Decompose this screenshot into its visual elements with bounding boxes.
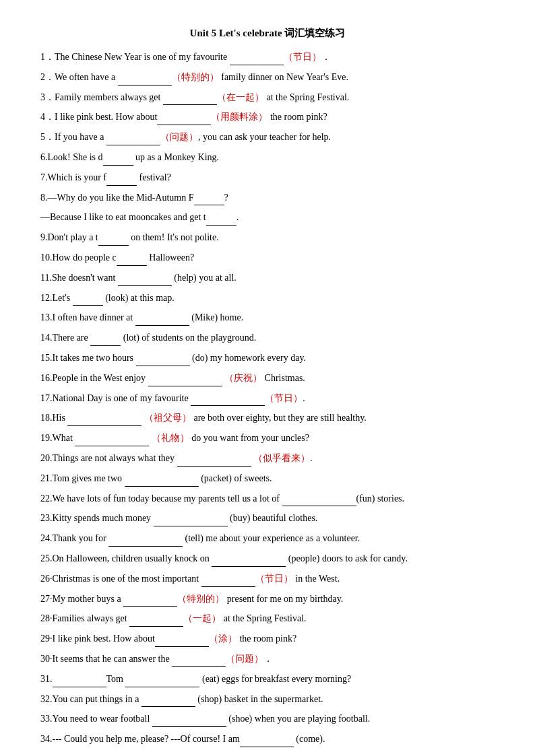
hint-text: （礼物） <box>149 433 189 443</box>
list-item: 21.Tom gives me two (packet) of sweets. <box>40 471 495 487</box>
item-number: 14. <box>40 333 53 343</box>
item-text: (buy) beautiful clothes. <box>228 513 318 523</box>
item-text: We often have a <box>55 72 118 82</box>
item-text: I like pink best. How about <box>53 633 155 644</box>
item-number: 22. <box>40 493 53 504</box>
hint-text: （问题） <box>160 132 198 142</box>
item-text: (help) you at all. <box>172 273 237 283</box>
fill-blank <box>53 677 106 687</box>
hint-text: （特别的） <box>172 72 219 82</box>
item-text: I like pink best. How about <box>55 112 157 122</box>
page-container: Unit 5 Let's celebrate 词汇填空练习 1．The Chin… <box>40 27 495 747</box>
list-item: 18.His （祖父母） are both over eighty, but t… <box>40 410 495 426</box>
list-item: 10.How do people c Halloween? <box>40 250 495 266</box>
list-item: 25.On Halloween, children usually knock … <box>40 551 495 567</box>
item-text: . <box>303 393 305 403</box>
fill-blank <box>163 94 217 105</box>
item-text: (do) my homework every day. <box>190 353 306 363</box>
item-number: 27· <box>40 594 53 604</box>
item-text: She doesn't want <box>52 273 118 283</box>
item-text: present for me on my birthday. <box>224 594 343 604</box>
item-text: (fun) stories. <box>356 493 405 504</box>
fill-blank <box>172 656 226 667</box>
fill-blank <box>141 696 195 707</box>
fill-blank <box>194 195 224 205</box>
list-item: 32.You can put things in a (shop) basket… <box>40 691 495 708</box>
list-item: 5．If you have a （问题）, you can ask your t… <box>40 129 495 145</box>
item-text: Tom <box>106 674 126 684</box>
item-text: (people) doors to ask for candy. <box>286 553 408 563</box>
item-number: 10. <box>40 252 53 263</box>
item-text: Christmas is one of the most important <box>53 574 201 584</box>
item-number: 24. <box>40 533 53 543</box>
fill-blank <box>154 516 228 526</box>
item-text: I often have dinner at <box>53 312 135 322</box>
item-number: 31. <box>40 674 53 684</box>
fill-blank <box>129 616 183 627</box>
item-text: If you have a <box>55 132 106 142</box>
item-text: , you can ask your teacher for help. <box>198 132 331 142</box>
item-text: (shoe) when you are playing football. <box>226 714 370 724</box>
list-item: 20.Things are not always what they （似乎看来… <box>40 450 495 467</box>
item-text: Let's <box>53 293 73 303</box>
fill-blank <box>206 215 237 226</box>
item-text: (shop) basket in the supermarket. <box>195 694 323 704</box>
hint-text: （祖父母） <box>141 413 191 423</box>
fill-blank <box>212 556 286 567</box>
item-text: (packet) of sweets. <box>199 473 272 483</box>
item-text: It takes me two hours <box>53 353 136 363</box>
fill-blank <box>152 716 226 727</box>
list-item: 8.—Why do you like the Mid-Autumn F? <box>40 190 495 206</box>
list-item: 23.Kitty spends much money (buy) beautif… <box>40 510 495 526</box>
list-item: 16.People in the West enjoy （庆祝） Christm… <box>40 370 495 386</box>
fill-blank <box>125 476 199 487</box>
item-text: at the Spring Festival. <box>264 92 349 102</box>
list-item: 1．The Chinese New Year is one of my favo… <box>40 49 495 65</box>
fill-blank <box>191 395 265 406</box>
item-text: The Chinese New Year is one of my favour… <box>55 52 230 62</box>
fill-blank <box>201 576 255 587</box>
fill-blank <box>117 255 147 266</box>
item-number: 15. <box>40 353 53 363</box>
item-number: 30· <box>40 654 53 664</box>
item-number: 21. <box>40 473 53 483</box>
item-number: 33. <box>40 714 53 724</box>
item-number: 2． <box>40 72 55 82</box>
hint-text: （在一起） <box>217 92 264 102</box>
item-number: 12. <box>40 293 53 303</box>
item-text: (Mike) home. <box>189 312 243 322</box>
fill-blank <box>136 355 190 366</box>
item-text: are both over eighty, but they are still… <box>191 413 367 423</box>
fill-blank <box>157 114 211 125</box>
item-text: at the Spring Festival. <box>221 613 306 623</box>
list-item: 33.You need to wear football (shoe) when… <box>40 711 495 727</box>
item-text: Thank you for <box>53 533 109 543</box>
list-item: 26·Christmas is one of the most importan… <box>40 571 495 587</box>
item-number: 34. <box>40 734 53 744</box>
list-item: —Because I like to eat mooncakes and get… <box>40 209 495 226</box>
item-number: 9. <box>40 232 48 242</box>
fill-blank <box>148 376 222 386</box>
item-text: —Because I like to eat mooncakes and get… <box>40 212 206 222</box>
item-text: Look! She is d <box>48 152 103 162</box>
item-text: festival? <box>137 172 171 182</box>
list-item: 22.We have lots of fun today because my … <box>40 491 495 507</box>
item-text: There are <box>53 333 91 343</box>
item-text: —Why do you like the Mid-Autumn F <box>48 193 194 203</box>
list-item: 34.--- Could you help me, please? ---Of … <box>40 731 495 747</box>
fill-blank <box>108 536 183 547</box>
hint-text: （节日） <box>265 393 303 403</box>
list-item: 2．We often have a （特别的） family dinner on… <box>40 69 495 85</box>
exercise-list: 1．The Chinese New Year is one of my favo… <box>40 49 495 747</box>
item-number: 18. <box>40 413 53 423</box>
item-number: 28· <box>40 613 53 623</box>
item-text: in the West. <box>293 574 340 584</box>
list-item: 4．I like pink best. How about（用颜料涂） the … <box>40 109 495 125</box>
item-text: up as a Monkey King. <box>133 152 220 162</box>
fill-blank <box>230 55 284 65</box>
item-number: 4． <box>40 112 55 122</box>
fill-blank <box>240 736 294 747</box>
item-number: 16. <box>40 373 53 383</box>
fill-blank <box>106 175 137 186</box>
fill-blank <box>282 495 356 506</box>
